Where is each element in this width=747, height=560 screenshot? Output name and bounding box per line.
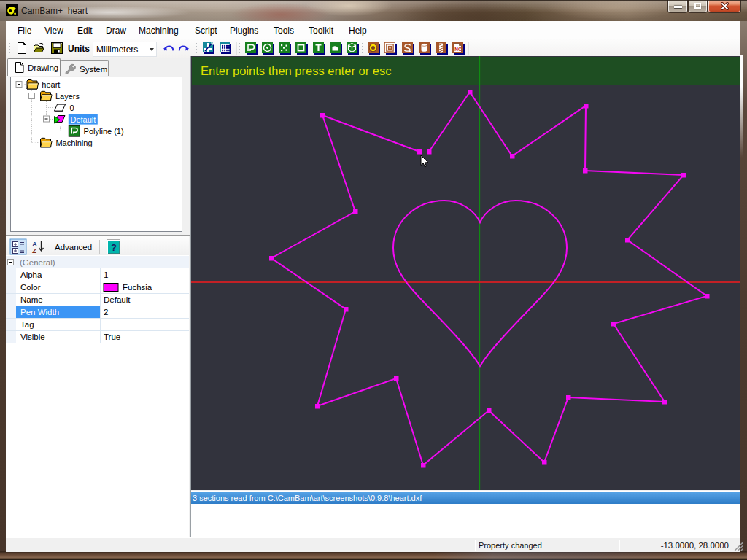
svg-text:Polyline (1): Polyline (1) [84, 127, 124, 136]
svg-text:Z: Z [32, 246, 36, 254]
svg-text:Fuchsia: Fuchsia [123, 283, 152, 292]
svg-text:Alpha: Alpha [20, 271, 42, 279]
svg-text:2: 2 [104, 308, 108, 316]
svg-text:(General): (General) [20, 258, 55, 267]
svg-text:?: ? [111, 242, 117, 253]
svg-text:Default: Default [71, 115, 96, 124]
svg-text:True: True [104, 332, 120, 341]
svg-text:heart: heart [42, 80, 60, 89]
svg-text:Color: Color [20, 283, 41, 292]
svg-text:Name: Name [20, 295, 43, 304]
svg-text:Layers: Layers [55, 92, 80, 101]
svg-text:Default: Default [104, 295, 131, 304]
svg-text:Advanced: Advanced [55, 243, 92, 252]
svg-text:Pen Width: Pen Width [20, 308, 59, 316]
svg-text:Machining: Machining [55, 139, 92, 147]
svg-text:0: 0 [70, 104, 74, 112]
svg-text:Visible: Visible [20, 332, 45, 341]
svg-text:Tag: Tag [20, 320, 34, 329]
svg-text:1: 1 [104, 271, 108, 279]
svg-text:NC: NC [454, 47, 462, 52]
